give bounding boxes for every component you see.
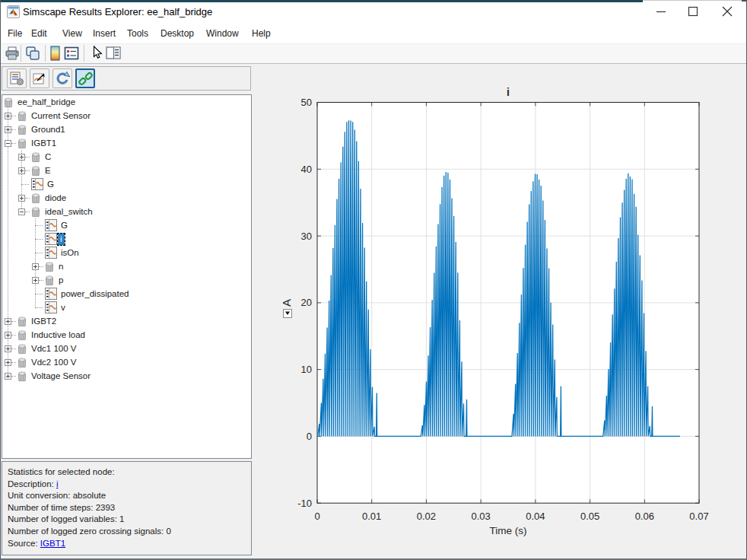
- svg-text:0: 0: [307, 431, 312, 442]
- svg-text:0.07: 0.07: [689, 511, 708, 522]
- svg-text:0.06: 0.06: [635, 511, 654, 522]
- svg-text:0.02: 0.02: [417, 511, 436, 522]
- svg-text:-10: -10: [297, 498, 312, 509]
- svg-text:Time (s): Time (s): [490, 525, 527, 536]
- svg-text:0: 0: [314, 511, 319, 522]
- svg-text:20: 20: [301, 297, 312, 308]
- svg-text:10: 10: [301, 364, 312, 375]
- svg-text:A: A: [280, 299, 293, 307]
- svg-text:0.04: 0.04: [526, 511, 545, 522]
- svg-text:50: 50: [301, 97, 312, 108]
- svg-text:40: 40: [301, 164, 312, 175]
- svg-text:i: i: [507, 86, 510, 98]
- svg-text:0.01: 0.01: [362, 511, 381, 522]
- svg-text:0.03: 0.03: [471, 511, 490, 522]
- svg-text:0.05: 0.05: [580, 511, 599, 522]
- svg-text:30: 30: [301, 231, 312, 242]
